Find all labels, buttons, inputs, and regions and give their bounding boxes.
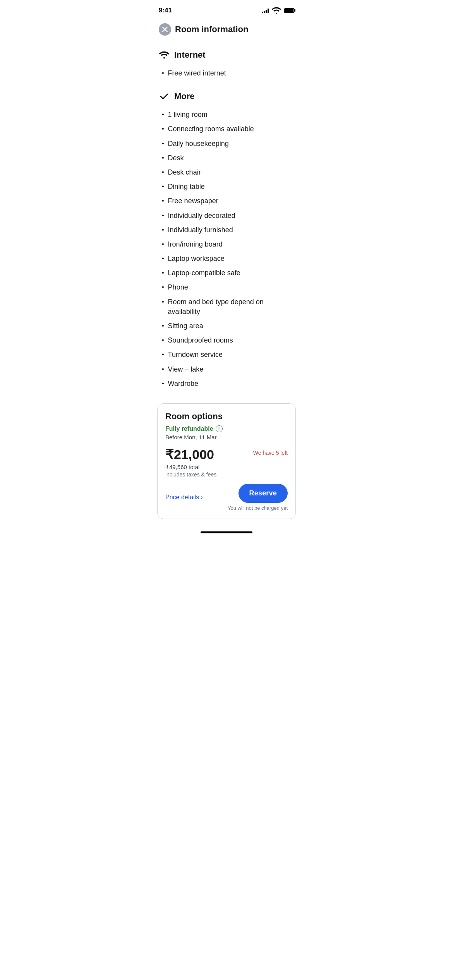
- internet-items-list: • Free wired internet: [159, 66, 294, 81]
- list-item: •Soundproofed rooms: [162, 333, 294, 348]
- internet-section-header: Internet: [159, 50, 294, 60]
- bullet: •: [162, 154, 164, 162]
- more-item-13: Room and bed type depend on availability: [168, 297, 294, 317]
- bullet: •: [162, 365, 164, 373]
- more-item-14: Sitting area: [168, 321, 203, 331]
- more-item-7: Individually decorated: [168, 211, 235, 221]
- page-header: Room information: [151, 19, 302, 42]
- info-icon[interactable]: i: [216, 425, 223, 432]
- more-section-header: More: [159, 91, 294, 101]
- status-icons: [262, 6, 294, 15]
- more-item-5: Dining table: [168, 182, 205, 192]
- more-item-2: Daily housekeeping: [168, 139, 229, 149]
- availability-text: We have 5 left: [253, 450, 288, 456]
- more-section-title: More: [174, 91, 195, 101]
- reserve-button[interactable]: Reserve: [239, 484, 288, 503]
- bullet: •: [162, 197, 164, 205]
- page-title: Room information: [175, 24, 248, 34]
- bullet: •: [162, 379, 164, 388]
- list-item: •Sitting area: [162, 319, 294, 333]
- list-item: •View – lake: [162, 362, 294, 377]
- more-item-3: Desk: [168, 153, 184, 163]
- list-item: •Laptop-compatible safe: [162, 266, 294, 280]
- status-bar: 9:41: [151, 0, 302, 19]
- list-item: •Phone: [162, 280, 294, 295]
- close-button[interactable]: [159, 23, 171, 36]
- bullet: •: [162, 110, 164, 119]
- more-item-12: Phone: [168, 283, 188, 292]
- more-item-10: Laptop workspace: [168, 254, 225, 264]
- more-item-0: 1 living room: [168, 110, 208, 120]
- bullet: •: [162, 125, 164, 133]
- price-main-value: ₹21,000: [165, 447, 214, 462]
- list-item: •Free newspaper: [162, 194, 294, 208]
- list-item: •Laptop workspace: [162, 252, 294, 266]
- reserve-area: Reserve You will not be charged yet: [228, 484, 288, 511]
- list-item: •1 living room: [162, 108, 294, 122]
- list-item: •Individually decorated: [162, 209, 294, 223]
- price-note: includes taxes & fees: [165, 471, 288, 478]
- more-item-4: Desk chair: [168, 168, 201, 177]
- internet-item-0: Free wired internet: [168, 69, 226, 78]
- bullet: •: [162, 336, 164, 344]
- more-item-16: Turndown service: [168, 350, 223, 360]
- price-details-link[interactable]: Price details ›: [165, 494, 202, 501]
- list-item: •Individually furnished: [162, 223, 294, 237]
- more-item-9: Iron/ironing board: [168, 240, 223, 249]
- more-item-6: Free newspaper: [168, 196, 218, 206]
- refundable-label: Fully refundable: [165, 425, 213, 432]
- bullet: •: [162, 254, 164, 263]
- bullet: •: [162, 168, 164, 176]
- price-row: ₹21,000 We have 5 left: [165, 447, 288, 462]
- bullet: •: [162, 283, 164, 291]
- price-main: ₹21,000: [165, 447, 214, 462]
- bullet: •: [162, 69, 164, 77]
- refundable-row: Fully refundable i: [165, 425, 288, 432]
- list-item: •Iron/ironing board: [162, 237, 294, 252]
- more-section: More •1 living room•Connecting rooms ava…: [151, 84, 302, 394]
- home-bar: [201, 531, 252, 533]
- list-item: •Dining table: [162, 180, 294, 194]
- list-item: •Desk chair: [162, 165, 294, 180]
- room-options-card: Room options Fully refundable i Before M…: [157, 403, 296, 519]
- list-item: •Desk: [162, 151, 294, 165]
- not-charged-text: You will not be charged yet: [228, 505, 288, 511]
- more-item-1: Connecting rooms available: [168, 124, 254, 134]
- status-time: 9:41: [159, 7, 172, 14]
- battery-icon: [284, 8, 294, 13]
- internet-section-title: Internet: [174, 50, 206, 60]
- more-item-15: Soundproofed rooms: [168, 336, 233, 345]
- price-total: ₹49,560 total: [165, 464, 288, 471]
- more-items-list: •1 living room•Connecting rooms availabl…: [159, 108, 294, 391]
- signal-icon: [262, 8, 269, 13]
- internet-section: Internet • Free wired internet: [151, 42, 302, 84]
- bullet: •: [162, 211, 164, 220]
- more-item-11: Laptop-compatible safe: [168, 268, 240, 278]
- more-item-18: Wardrobe: [168, 379, 198, 389]
- bullet: •: [162, 322, 164, 330]
- more-item-17: View – lake: [168, 365, 204, 374]
- refund-date: Before Mon, 11 Mar: [165, 434, 288, 440]
- room-options-title: Room options: [165, 411, 288, 421]
- list-item: •Connecting rooms available: [162, 122, 294, 136]
- list-item: •Wardrobe: [162, 377, 294, 391]
- bullet: •: [162, 240, 164, 248]
- wifi-section-icon: [159, 51, 170, 59]
- bullet: •: [162, 350, 164, 359]
- list-item: •Turndown service: [162, 348, 294, 362]
- check-section-icon: [159, 92, 170, 101]
- bullet: •: [162, 269, 164, 277]
- bottom-row: Price details › Reserve You will not be …: [165, 484, 288, 511]
- bullet: •: [162, 139, 164, 148]
- list-item: • Free wired internet: [162, 66, 294, 81]
- bullet: •: [162, 182, 164, 191]
- home-indicator: [151, 528, 302, 540]
- bullet: •: [162, 298, 164, 306]
- bullet: •: [162, 226, 164, 234]
- wifi-status-icon: [271, 6, 282, 15]
- more-item-8: Individually furnished: [168, 225, 233, 235]
- list-item: •Room and bed type depend on availabilit…: [162, 295, 294, 319]
- list-item: •Daily housekeeping: [162, 137, 294, 151]
